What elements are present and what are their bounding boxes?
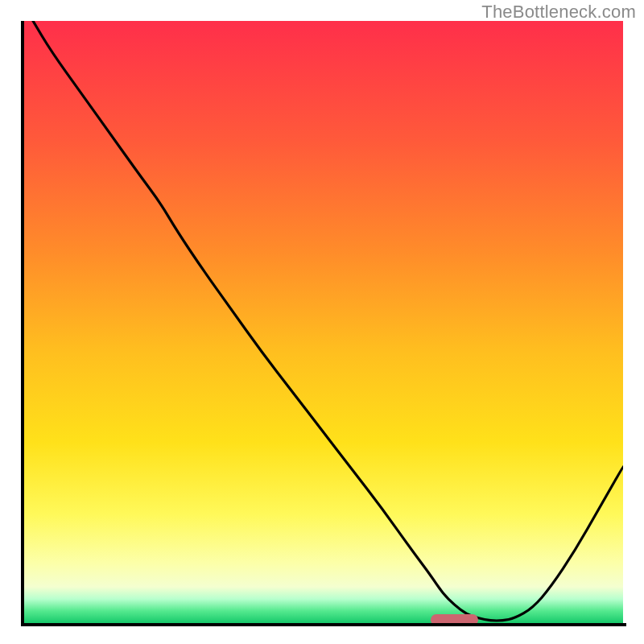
bottleneck-curve: [21, 21, 623, 623]
x-axis: [21, 623, 626, 626]
y-axis: [21, 21, 24, 626]
chart-container: { "watermark": "TheBottleneck.com", "col…: [0, 0, 644, 644]
plot-area: [21, 21, 623, 623]
optimum-marker: [431, 614, 479, 623]
watermark-text: TheBottleneck.com: [481, 2, 636, 23]
